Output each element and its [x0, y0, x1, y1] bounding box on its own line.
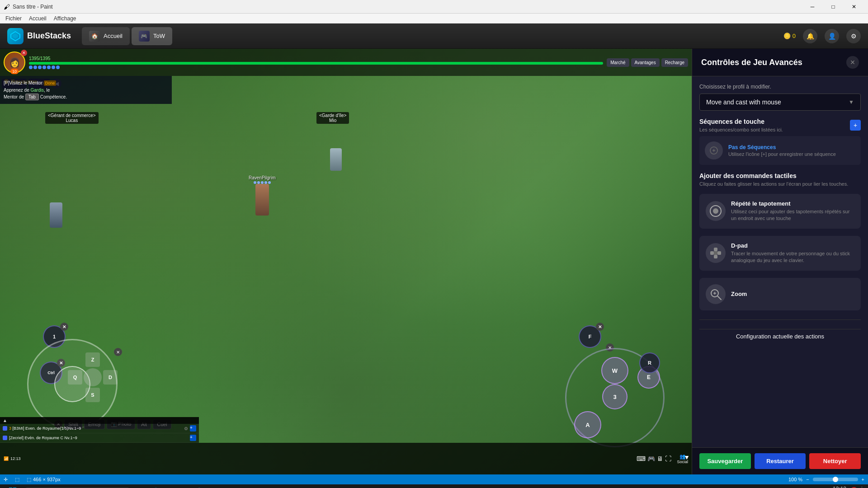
select-status: ⬚ [15, 477, 19, 483]
profile-section: Choisissez le profil à modifier. Move an… [699, 84, 861, 111]
profile-dropdown[interactable]: Move and cast with mouse ▼ [699, 94, 861, 111]
restore-button[interactable]: Restaurer [755, 453, 806, 469]
taskview-button[interactable]: ⧉ [135, 485, 148, 488]
touch-section-title: Ajouter des commandes tactiles [699, 172, 861, 179]
start-button[interactable] [4, 486, 22, 488]
header-right: 🪙 0 🔔 👤 ⚙ [783, 29, 861, 43]
char-gem-2 [257, 181, 260, 184]
expand-icon[interactable]: ⛶ [665, 455, 671, 462]
no-seq-title: Pas de Séquences [728, 144, 836, 150]
zoom-command-icon [706, 284, 726, 304]
char-gem-5 [268, 181, 271, 184]
edge-app[interactable]: 🌐 [149, 485, 163, 488]
keyboard-icon[interactable]: ⌨ [637, 455, 646, 462]
char-gem-3 [261, 181, 264, 184]
clock-time: 13:13 [824, 486, 846, 488]
screen-icon[interactable]: 🖥 [657, 455, 663, 462]
skill-a[interactable]: A [574, 411, 601, 438]
account-button[interactable]: 👤 [825, 29, 839, 43]
right-panel: Contrôles de Jeu Avancés × Choisissez le… [692, 49, 868, 474]
system-clock: 13:13 08/05/2019 [824, 486, 846, 488]
menu-accueil[interactable]: Accueil [25, 14, 50, 23]
bluestacks-header: BlueStacks 🏠 Accueil 🎮 ToW 🪙 0 🔔 👤 ⚙ [0, 23, 868, 49]
skill-f-close[interactable]: ✕ [596, 323, 604, 331]
chat-scroll-up[interactable]: ▲ [3, 418, 7, 423]
bluestacks-text: BlueStacks [27, 31, 71, 41]
player-hp-bar: 1395/1395 [29, 56, 603, 69]
zoom-slider-thumb[interactable] [833, 477, 838, 482]
panel-footer: Sauvegarder Restaurer Nettoyer [692, 447, 868, 474]
zoom-command[interactable]: Zoom [699, 278, 861, 310]
clean-button[interactable]: Nettoyer [809, 453, 861, 469]
recharge-button[interactable]: Recharge [661, 58, 688, 67]
zoom-slider[interactable] [813, 478, 858, 481]
current-actions-label: Configuration actuelle des actions [699, 329, 861, 342]
chat-overlay: ▲ 3 [B3MI] Even. de Royaume(1/5)Nv.1~9 ⚙… [0, 417, 199, 443]
gem-4 [42, 66, 46, 69]
dpad-icon-svg [709, 247, 722, 259]
dpad-command[interactable]: D-pad Tracer le mouvement de votre perso… [699, 236, 861, 271]
repeat-tap-icon-svg [709, 205, 722, 217]
svg-marker-1 [13, 33, 18, 39]
minimize-button[interactable]: ─ [802, 0, 823, 14]
menu-affichage[interactable]: Affichage [50, 14, 80, 23]
panel-close-button[interactable]: × [846, 56, 859, 69]
chat-settings-1[interactable]: ⚙ [184, 426, 188, 431]
menu-fichier[interactable]: Fichier [2, 14, 25, 23]
zoom-status: 100 % − + [788, 477, 864, 482]
zoom-minus[interactable]: − [806, 477, 809, 482]
store-app[interactable]: 🛍 [207, 485, 221, 488]
title-bar: 🖌 Sans titre - Paint ─ □ ✕ [0, 0, 868, 14]
dropdown-arrow-icon: ▼ [849, 99, 854, 105]
repeat-tap-icon [706, 201, 726, 221]
tab-accueil[interactable]: 🏠 Accueil [82, 27, 130, 45]
browser-app[interactable]: 🌐 [193, 485, 206, 488]
chat-nav: ▲ [0, 417, 199, 424]
gem-3 [38, 66, 42, 69]
skill-1-close[interactable]: ✕ [60, 323, 68, 331]
gem-7 [56, 66, 60, 69]
close-button[interactable]: ✕ [844, 0, 864, 14]
close-avatar-icon[interactable]: ✕ [21, 50, 27, 56]
avantages-button[interactable]: Avantages [631, 58, 660, 67]
sequences-title-block: Séquences de touche Les séquences/combo … [699, 118, 783, 132]
notification-button[interactable]: 🔔 [803, 29, 817, 43]
mail-app[interactable]: ✉ [178, 485, 192, 488]
repeat-tap-command[interactable]: Répété le tapotement Utilisez ceci pour … [699, 194, 861, 229]
chat-plus-2[interactable]: + [190, 435, 196, 441]
settings-button[interactable]: ⚙ [846, 29, 861, 43]
joystick-ring[interactable] [27, 339, 118, 429]
zoom-text: 100 % [788, 477, 802, 482]
explorer-app[interactable]: 📁 [164, 485, 177, 488]
seq-icon-svg [709, 146, 718, 155]
menu-bar: Fichier Accueil Affichage [0, 14, 868, 23]
no-sequences-display: Pas de Séquences Utilisez l'icône [+] po… [699, 136, 861, 165]
coin-icon: 🪙 [783, 33, 791, 39]
game-app[interactable]: 🎮 [222, 485, 235, 488]
gamepad-icon[interactable]: 🎮 [647, 455, 655, 462]
npc-mio-label: <Garde d'île> Mio [316, 112, 349, 124]
bs-taskbar-app[interactable]: 🦅 [236, 485, 250, 488]
add-sequence-button[interactable]: + [850, 120, 861, 131]
maximize-button[interactable]: □ [823, 0, 844, 14]
skill-r[interactable]: R [639, 352, 660, 373]
skills-cluster: ✕ W A E 3 R [565, 348, 665, 447]
chat-icon-1 [3, 426, 7, 431]
save-button[interactable]: Sauvegarder [699, 453, 751, 469]
scroll-indicator: ▼ [684, 454, 690, 461]
game-area[interactable]: 👩 10 ✕ 1395/1395 [0, 49, 692, 474]
marche-button[interactable]: Marché [607, 58, 629, 67]
wifi-icon: 📶 [4, 456, 9, 461]
chat-plus-1[interactable]: + [190, 425, 196, 432]
tab-tow[interactable]: 🎮 ToW [132, 27, 172, 45]
skill-w[interactable]: W [601, 357, 628, 384]
gem-2 [33, 66, 37, 69]
hp-text: 1395/1395 [29, 56, 603, 61]
skill-3[interactable]: 3 [602, 384, 627, 409]
quest-done-badge: Done [44, 80, 57, 86]
skill-f[interactable]: ✕ F [579, 325, 601, 348]
zoom-plus[interactable]: + [862, 477, 864, 482]
window-controls: ─ □ ✕ [802, 0, 864, 14]
show-desktop-button[interactable] [862, 486, 864, 488]
svg-rect-6 [714, 255, 717, 258]
